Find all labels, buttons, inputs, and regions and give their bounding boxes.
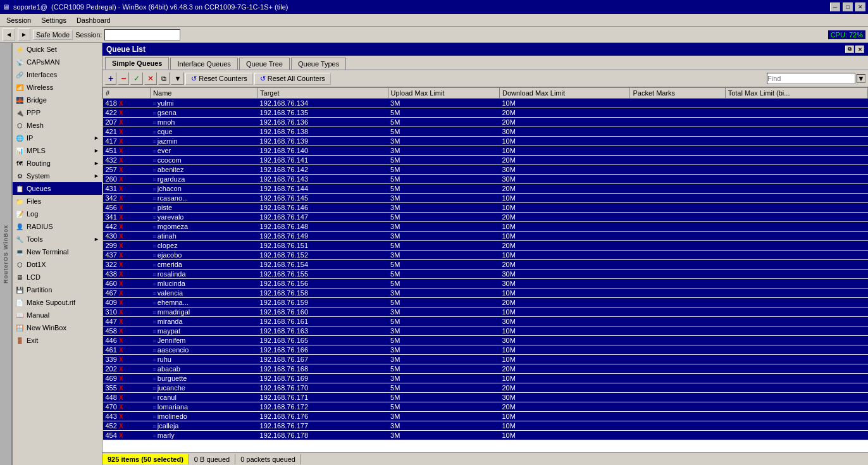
reset-all-counters-button[interactable]: ↺ Reset All Counters <box>254 73 331 85</box>
sidebar-item-routing[interactable]: 🗺 Routing ► <box>13 157 102 170</box>
col-total[interactable]: Total Max Limit (bi... <box>725 88 867 99</box>
table-row[interactable]: 469 X ≡burguette 192.168.76.169 3M 10M <box>103 374 868 383</box>
col-download[interactable]: Download Max Limit <box>499 88 630 99</box>
sidebar-item-radius[interactable]: 👤 RADIUS <box>13 220 102 233</box>
filter-button[interactable]: ▼ <box>171 72 184 85</box>
sidebar-item-mesh[interactable]: ⬡ Mesh <box>13 119 102 132</box>
copy-button[interactable]: ⧉ <box>158 72 170 85</box>
sidebar-item-dot1x[interactable]: ⬡ Dot1X <box>13 258 102 271</box>
table-row[interactable]: 422 X ≡gsena 192.168.76.135 5M 20M <box>103 108 868 118</box>
table-row[interactable]: 430 X ≡atinah 192.168.76.149 3M 10M <box>103 232 868 241</box>
table-row[interactable]: 257 X ≡abenitez 192.168.76.142 5M 30M <box>103 165 868 175</box>
table-row[interactable]: 470 X ≡lomariana 192.168.76.172 5M 20M <box>103 402 868 412</box>
table-row[interactable]: 207 X ≡mnoh 192.168.76.136 5M 20M <box>103 118 868 127</box>
table-row[interactable]: 442 X ≡mgomeza 192.168.76.148 3M 10M <box>103 222 868 232</box>
tab-queue-tree[interactable]: Queue Tree <box>239 58 290 70</box>
cell-download: 20M <box>499 184 630 194</box>
menu-settings[interactable]: Settings <box>36 15 71 25</box>
tab-queue-types[interactable]: Queue Types <box>291 58 346 70</box>
sidebar-item-capsman[interactable]: 📡 CAPsMAN <box>13 56 102 68</box>
table-row[interactable]: 447 X ≡miranda 192.168.76.161 5M 30M <box>103 317 868 326</box>
queue-table-body: 418 X ≡yulmi 192.168.76.134 3M 10M 422 X… <box>103 99 868 440</box>
col-upload[interactable]: Upload Max Limit <box>388 88 499 99</box>
table-row[interactable]: 339 X ≡ruhu 192.168.76.167 3M 10M <box>103 355 868 364</box>
table-row[interactable]: 451 X ≡ever 192.168.76.140 3M 10M <box>103 146 868 156</box>
menu-session[interactable]: Session <box>1 15 36 25</box>
sidebar-item-tools[interactable]: 🔧 Tools ► <box>13 233 102 245</box>
tab-interface-queues[interactable]: Interface Queues <box>170 58 237 70</box>
sidebar-item-manual[interactable]: 📖 Manual <box>13 309 102 321</box>
table-row[interactable]: 322 X ≡cmerida 192.168.76.154 5M 20M <box>103 260 868 270</box>
sidebar-item-log[interactable]: 📝 Log <box>13 208 102 220</box>
table-row[interactable]: 446 X ≡Jennifem 192.168.76.165 5M 30M <box>103 336 868 345</box>
sidebar-item-lcd[interactable]: 🖥 LCD <box>13 271 102 283</box>
minimize-button[interactable]: ─ <box>830 3 840 11</box>
table-row[interactable]: 260 X ≡rgarduza 192.168.76.143 5M 30M <box>103 175 868 184</box>
table-row[interactable]: 438 X ≡rosalinda 192.168.76.155 5M 30M <box>103 270 868 279</box>
reset-counters-button[interactable]: ↺ Reset Counters <box>185 73 252 85</box>
col-name[interactable]: Name <box>151 88 257 99</box>
sidebar-item-ip[interactable]: 🌐 IP ► <box>13 132 102 144</box>
maximize-button[interactable]: □ <box>843 3 853 11</box>
session-input[interactable] <box>104 29 180 40</box>
sidebar-item-make-supout[interactable]: 📄 Make Supout.rif <box>13 296 102 309</box>
table-row[interactable]: 417 X ≡jazmin 192.168.76.139 3M 10M <box>103 137 868 146</box>
table-row[interactable]: 467 X ≡valencia 192.168.76.158 3M 10M <box>103 288 868 298</box>
table-row[interactable]: 431 X ≡jchacon 192.168.76.144 5M 20M <box>103 184 868 194</box>
table-row[interactable]: 461 X ≡aascencio 192.168.76.166 3M 10M <box>103 345 868 355</box>
disable-button[interactable]: ✕ <box>144 72 157 85</box>
table-row[interactable]: 443 X ≡imolinedo 192.168.76.176 3M 10M <box>103 412 868 421</box>
add-button[interactable]: + <box>105 72 116 85</box>
cell-download: 20M <box>499 298 630 307</box>
close-button[interactable]: ✕ <box>855 3 865 11</box>
table-row[interactable]: 342 X ≡rcasano... 192.168.76.145 3M 10M <box>103 194 868 203</box>
cell-name: ≡miranda <box>151 317 257 326</box>
table-row[interactable]: 437 X ≡ejacobo 192.168.76.152 3M 10M <box>103 251 868 260</box>
table-row[interactable]: 202 X ≡abacab 192.168.76.168 5M 20M <box>103 364 868 374</box>
cell-target: 192.168.76.139 <box>257 137 388 146</box>
table-row[interactable]: 458 X ≡maypat 192.168.76.163 3M 10M <box>103 326 868 336</box>
sidebar-item-partition[interactable]: 💾 Partition <box>13 283 102 296</box>
table-row[interactable]: 454 X ≡marly 192.168.76.178 3M 10M <box>103 431 868 440</box>
sidebar-item-bridge[interactable]: 🌉 Bridge <box>13 94 102 106</box>
col-target[interactable]: Target <box>257 88 388 99</box>
col-num[interactable]: # <box>103 88 151 99</box>
enable-button[interactable]: ✓ <box>130 72 143 85</box>
sidebar-item-queues[interactable]: 📋 Queues <box>13 182 102 195</box>
table-row[interactable]: 418 X ≡yulmi 192.168.76.134 3M 10M <box>103 99 868 108</box>
window-close-button[interactable]: ✕ <box>855 46 864 53</box>
window-restore-button[interactable]: ⧉ <box>845 46 854 53</box>
search-dropdown-button[interactable]: ▼ <box>857 74 865 83</box>
table-row[interactable]: 299 X ≡clopez 192.168.76.151 5M 20M <box>103 241 868 251</box>
sidebar-item-quick-set[interactable]: ⚡ Quick Set <box>13 43 102 56</box>
sidebar-item-new-terminal[interactable]: 💻 New Terminal <box>13 245 102 258</box>
sidebar-item-interfaces[interactable]: 🔗 Interfaces <box>13 68 102 81</box>
menu-dashboard[interactable]: Dashboard <box>71 15 116 25</box>
sidebar-item-files[interactable]: 📁 Files <box>13 195 102 208</box>
sidebar-item-system[interactable]: ⚙ System ► <box>13 170 102 182</box>
table-row[interactable]: 310 X ≡mmadrigal 192.168.76.160 3M 10M <box>103 307 868 317</box>
table-row[interactable]: 460 X ≡mlucinda 192.168.76.156 5M 30M <box>103 279 868 288</box>
search-input[interactable] <box>767 73 855 84</box>
table-row[interactable]: 421 X ≡cque 192.168.76.138 5M 30M <box>103 127 868 137</box>
queue-table-container[interactable]: # Name Target Upload Max Limit Download … <box>102 87 868 452</box>
back-button[interactable]: ◄ <box>3 28 15 41</box>
table-row[interactable]: 448 X ≡rcanul 192.168.76.171 5M 30M <box>103 393 868 402</box>
table-row[interactable]: 355 X ≡jucanche 192.168.76.170 5M 20M <box>103 383 868 393</box>
col-marks[interactable]: Packet Marks <box>630 88 725 99</box>
sidebar-item-wireless[interactable]: 📶 Wireless <box>13 81 102 94</box>
sidebar-item-new-winbox[interactable]: 🪟 New WinBox <box>13 321 102 334</box>
remove-button[interactable]: − <box>118 72 129 85</box>
forward-button[interactable]: ► <box>18 28 30 41</box>
sidebar-item-ppp[interactable]: 🔌 PPP <box>13 106 102 119</box>
table-row[interactable]: 341 X ≡yarevalo 192.168.76.147 5M 20M <box>103 213 868 222</box>
cell-name: ≡mnoh <box>151 118 257 127</box>
safe-mode-button[interactable]: Safe Mode <box>33 30 73 40</box>
table-row[interactable]: 409 X ≡ehemna... 192.168.76.159 5M 20M <box>103 298 868 307</box>
sidebar-item-exit[interactable]: 🚪 Exit <box>13 334 102 347</box>
table-row[interactable]: 432 X ≡ccocom 192.168.76.141 5M 20M <box>103 156 868 165</box>
sidebar-item-mpls[interactable]: 📊 MPLS ► <box>13 144 102 157</box>
tab-simple-queues[interactable]: Simple Queues <box>105 57 169 70</box>
table-row[interactable]: 456 X ≡piste 192.168.76.146 3M 10M <box>103 203 868 213</box>
table-row[interactable]: 452 X ≡jcalleja 192.168.76.177 3M 10M <box>103 421 868 431</box>
